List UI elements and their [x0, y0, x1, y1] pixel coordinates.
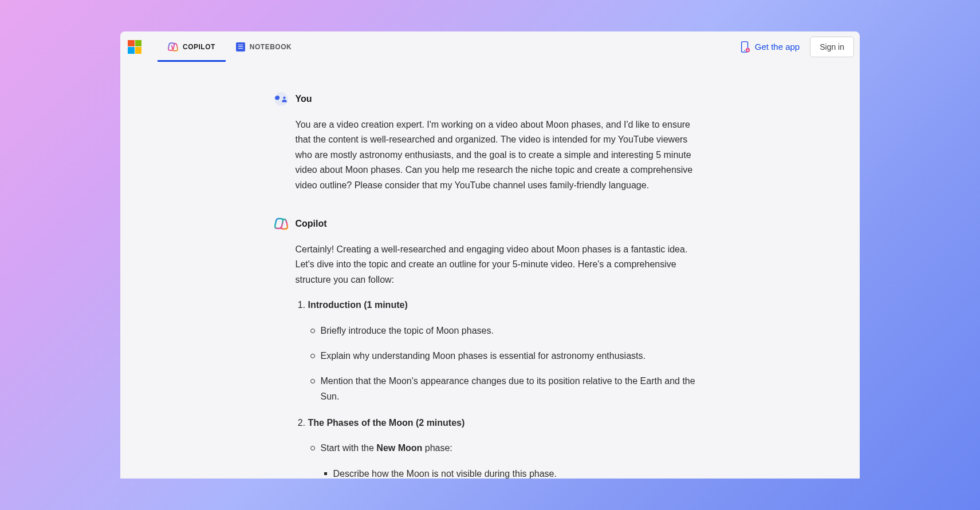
copilot-name: Copilot	[296, 219, 327, 229]
section-1-points: Briefly introduce the topic of Moon phas…	[308, 323, 706, 405]
tab-bar: COPILOT NOTEBOOK	[158, 31, 302, 62]
user-message-text: You are a video creation expert. I'm wor…	[274, 117, 706, 193]
copilot-message-body: Certainly! Creating a well-researched an…	[274, 242, 706, 479]
svg-point-3	[283, 97, 285, 99]
list-item: Briefly introduce the topic of Moon phas…	[321, 323, 706, 338]
section-2-subpoints: Describe how the Moon is not visible dur…	[321, 466, 706, 479]
sub-suffix: phase:	[422, 443, 452, 453]
get-app-link[interactable]: Get the app	[740, 41, 800, 53]
app-window: COPILOT NOTEBOOK Get the app Sign in	[120, 31, 860, 479]
copilot-avatar-icon	[274, 217, 288, 231]
chat-content: You You are a video creation expert. I'm…	[120, 62, 860, 479]
tab-copilot-label: COPILOT	[183, 43, 215, 51]
message-header: You	[274, 92, 706, 106]
section-1-title: Introduction (1 minute)	[308, 300, 408, 310]
list-item: Start with the New Moon phase: Describe …	[321, 441, 706, 479]
section-2-title: The Phases of the Moon (2 minutes)	[308, 418, 465, 428]
message-user: You You are a video creation expert. I'm…	[274, 92, 706, 193]
section-2-sub: Start with the New Moon phase: Describe …	[308, 441, 706, 479]
tab-notebook-label: NOTEBOOK	[250, 43, 292, 51]
get-app-label: Get the app	[755, 42, 800, 52]
microsoft-logo-icon[interactable]	[128, 40, 141, 54]
outline-section-2: The Phases of the Moon (2 minutes) Start…	[308, 416, 706, 479]
outline-section-1: Introduction (1 minute) Briefly introduc…	[308, 298, 706, 404]
chat-container: You You are a video creation expert. I'm…	[249, 92, 731, 479]
list-item: Describe how the Moon is not visible dur…	[333, 466, 706, 479]
list-item: Explain why understanding Moon phases is…	[321, 349, 706, 363]
user-name: You	[296, 94, 312, 104]
svg-point-1	[744, 50, 745, 51]
message-header: Copilot	[274, 217, 706, 231]
message-copilot: Copilot Certainly! Creating a well-resea…	[274, 217, 706, 479]
list-item: Mention that the Moon's appearance chang…	[321, 374, 706, 404]
phone-app-icon	[740, 41, 750, 53]
copilot-intro-text: Certainly! Creating a well-researched an…	[296, 242, 706, 287]
app-header: COPILOT NOTEBOOK Get the app Sign in	[120, 31, 860, 62]
sub-prefix: Start with the	[321, 443, 377, 453]
tab-notebook[interactable]: NOTEBOOK	[226, 31, 302, 62]
outline-list: Introduction (1 minute) Briefly introduc…	[296, 298, 706, 479]
user-avatar-icon	[274, 92, 288, 106]
sub-bold: New Moon	[376, 443, 422, 453]
tab-copilot[interactable]: COPILOT	[158, 31, 226, 62]
sign-in-button[interactable]: Sign in	[810, 37, 854, 57]
notebook-icon	[236, 42, 245, 52]
header-actions: Get the app Sign in	[740, 37, 854, 57]
copilot-icon	[168, 42, 178, 52]
